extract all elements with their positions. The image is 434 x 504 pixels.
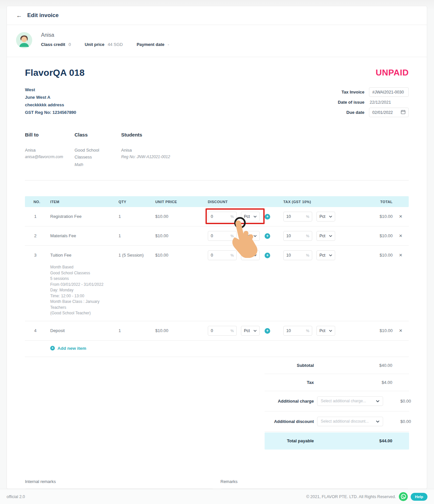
discount-type-select[interactable]: Pct xyxy=(241,250,260,260)
date-of-issue-label: Date of issue xyxy=(338,100,364,105)
class-name: Good School Classess xyxy=(75,147,107,160)
summary: Subtotal $40.00 Tax $4.00 Additional cha… xyxy=(265,357,409,450)
discount-input-field[interactable]: % xyxy=(208,212,237,221)
tax-type-select[interactable]: Pct xyxy=(316,326,335,336)
additional-charge-label: Additional charge xyxy=(265,399,314,404)
additional-discount-row: Additional discount Select additional di… xyxy=(265,411,409,432)
col-item: ITEM xyxy=(50,200,119,204)
tax-invoice-field[interactable] xyxy=(369,87,409,97)
bill-to-block: Bill to Anisa anisa@flavorcrm.com xyxy=(25,131,75,168)
tax-input-field[interactable]: % xyxy=(283,326,312,336)
remarks-label: Remarks xyxy=(221,479,409,484)
additional-charge-select[interactable]: Select additional charge... xyxy=(317,396,383,406)
page-title: Edit invoice xyxy=(27,12,58,19)
calendar-icon[interactable] xyxy=(401,110,405,115)
row-qty: 1 xyxy=(119,212,155,219)
total-payable-value: $44.00 xyxy=(364,438,392,443)
tax-input[interactable] xyxy=(286,214,306,219)
tax-input[interactable] xyxy=(286,253,306,258)
discount-type-select[interactable]: Pct xyxy=(241,212,260,221)
discount-type-select[interactable]: Pct xyxy=(241,326,260,336)
payment-date: Payment date- xyxy=(137,42,169,47)
add-discount-button[interactable]: + xyxy=(265,233,270,239)
tax-input[interactable] xyxy=(286,328,306,333)
remove-row-button[interactable]: × xyxy=(393,212,409,220)
discount-input[interactable] xyxy=(211,234,230,238)
tax-type-select[interactable]: Pct xyxy=(316,231,335,241)
add-discount-button[interactable]: + xyxy=(265,253,270,258)
row-qty: 1 xyxy=(119,231,155,238)
discount-input-field[interactable]: % xyxy=(208,326,237,336)
discount-input-field[interactable]: % xyxy=(208,231,237,241)
total-payable-row: Total payable $44.00 xyxy=(265,432,409,450)
percent-suffix: % xyxy=(306,329,309,333)
status-badge: UNPAID xyxy=(376,68,409,78)
row-total: $10.00 xyxy=(335,250,393,258)
help-button[interactable]: Help xyxy=(411,493,427,501)
whatsapp-icon[interactable] xyxy=(399,492,408,501)
internal-remarks-label: Internal remarks xyxy=(25,479,213,484)
add-discount-button[interactable]: + xyxy=(265,328,270,334)
tax-input[interactable] xyxy=(286,234,306,238)
back-icon[interactable]: ← xyxy=(16,12,22,18)
additional-charge-row: Additional charge Select additional char… xyxy=(265,391,409,411)
tax-type-select[interactable]: Pct xyxy=(316,250,335,260)
discount-input[interactable] xyxy=(211,328,230,333)
percent-suffix: % xyxy=(230,329,234,333)
class-subject: Math xyxy=(75,161,121,168)
row-unit-price: $10.00 xyxy=(155,231,208,238)
invoice-title: FlavorQA 018 xyxy=(25,68,85,78)
due-date-input[interactable] xyxy=(372,110,399,115)
row-no: 4 xyxy=(25,326,50,333)
remove-row-button[interactable]: × xyxy=(393,326,409,334)
col-tax: TAX (GST 10%) xyxy=(283,200,335,204)
footer-version: official 2.0 xyxy=(7,494,25,499)
row-qty: 1 xyxy=(119,326,155,333)
col-discount: DISCOUNT xyxy=(208,200,260,204)
row-total: $10.00 xyxy=(335,212,393,219)
tax-type-select[interactable]: Pct xyxy=(316,212,335,221)
table-row: 1 Registration Fee 1 $10.00 xyxy=(25,207,409,226)
footer-copyright: © 2021, FLAVOR PTE. LTD. All Rights Rese… xyxy=(306,494,396,499)
due-date-field[interactable] xyxy=(369,108,409,117)
students-block: Students Anisa Reg No: JNW-A12021-0012 xyxy=(121,131,170,168)
subtotal-label: Subtotal xyxy=(265,363,314,368)
items-table: NO. ITEM QTY UNIT PRICE DISCOUNT TAX (GS… xyxy=(25,196,409,357)
tax-input-field[interactable]: % xyxy=(283,250,312,260)
tax-row: Tax $4.00 xyxy=(265,374,409,391)
student-reg-no: Reg No: JNW-A12021-0012 xyxy=(121,154,170,160)
row-unit-price: $10.00 xyxy=(155,250,208,258)
remove-row-button[interactable]: × xyxy=(393,250,409,259)
avatar xyxy=(16,32,32,48)
col-unit-price: UNIT PRICE xyxy=(155,200,208,204)
add-discount-button[interactable]: + xyxy=(265,214,270,220)
tax-input-field[interactable]: % xyxy=(283,212,312,221)
add-new-item-button[interactable]: + Add new item xyxy=(25,341,409,357)
row-qty: 1 (5 Session) xyxy=(119,250,155,258)
bill-to-heading: Bill to xyxy=(25,131,75,138)
row-total: $10.00 xyxy=(335,326,393,333)
discount-input[interactable] xyxy=(211,253,230,258)
total-payable-label: Total payable xyxy=(265,438,314,443)
row-no: 2 xyxy=(25,231,50,238)
card-header: ← Edit invoice xyxy=(7,6,427,25)
percent-suffix: % xyxy=(306,253,309,257)
additional-discount-label: Additional discount xyxy=(265,419,314,424)
remove-row-button[interactable]: × xyxy=(393,231,409,239)
discount-input[interactable] xyxy=(211,214,230,219)
invoice-card: ← Edit invoice Anisa Class credit0 xyxy=(7,6,427,489)
student-reg-name: Anisa xyxy=(121,147,170,154)
table-row: 4 Deposit 1 $10.00 % Pct + xyxy=(25,321,409,341)
additional-discount-select[interactable]: Select additional discount... xyxy=(317,417,383,426)
discount-input-field[interactable]: % xyxy=(208,250,237,260)
tax-invoice-input[interactable] xyxy=(372,90,405,94)
students-heading: Students xyxy=(121,131,170,138)
percent-suffix: % xyxy=(306,234,309,238)
row-no: 1 xyxy=(25,212,50,219)
class-credit: Class credit0 xyxy=(41,42,71,47)
col-total: TOTAL xyxy=(335,200,393,204)
discount-type-select[interactable]: Pct xyxy=(241,231,260,241)
tax-input-field[interactable]: % xyxy=(283,231,312,241)
col-no: NO. xyxy=(25,200,50,204)
row-unit-price: $10.00 xyxy=(155,326,208,333)
